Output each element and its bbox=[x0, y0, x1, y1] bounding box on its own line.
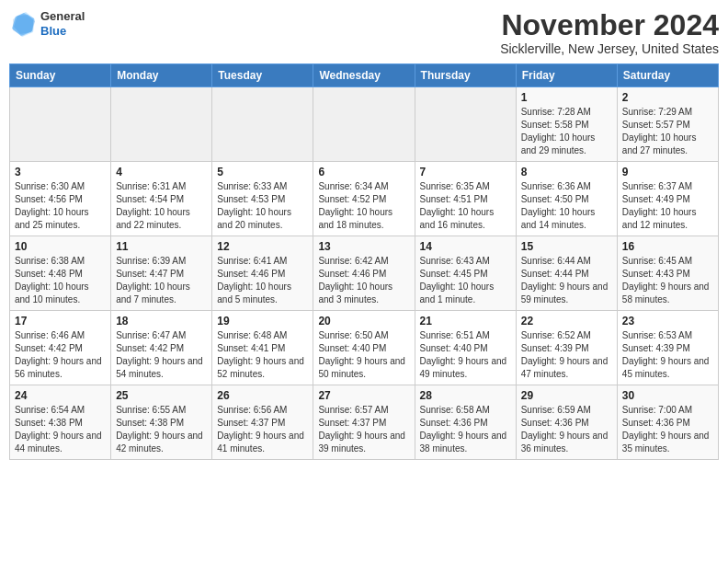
day-info: Sunrise: 6:31 AM Sunset: 4:54 PM Dayligh… bbox=[116, 180, 207, 232]
day-cell bbox=[415, 87, 516, 162]
day-info: Sunrise: 6:53 AM Sunset: 4:39 PM Dayligh… bbox=[622, 329, 713, 381]
day-info: Sunrise: 6:36 AM Sunset: 4:50 PM Dayligh… bbox=[521, 180, 612, 232]
day-cell bbox=[313, 87, 415, 162]
day-number: 28 bbox=[420, 389, 511, 402]
calendar-body: 1Sunrise: 7:28 AM Sunset: 5:58 PM Daylig… bbox=[10, 87, 719, 460]
day-cell: 8Sunrise: 6:36 AM Sunset: 4:50 PM Daylig… bbox=[516, 162, 617, 236]
week-row-1: 3Sunrise: 6:30 AM Sunset: 4:56 PM Daylig… bbox=[10, 162, 719, 236]
day-number: 23 bbox=[622, 315, 713, 327]
day-cell: 6Sunrise: 6:34 AM Sunset: 4:52 PM Daylig… bbox=[313, 162, 415, 236]
day-cell: 7Sunrise: 6:35 AM Sunset: 4:51 PM Daylig… bbox=[415, 162, 516, 236]
day-info: Sunrise: 6:48 AM Sunset: 4:41 PM Dayligh… bbox=[217, 329, 308, 381]
day-info: Sunrise: 6:35 AM Sunset: 4:51 PM Dayligh… bbox=[420, 180, 511, 232]
header-cell-wednesday: Wednesday bbox=[313, 64, 415, 87]
day-cell: 19Sunrise: 6:48 AM Sunset: 4:41 PM Dayli… bbox=[212, 311, 313, 385]
day-number: 20 bbox=[318, 315, 409, 327]
day-cell: 12Sunrise: 6:41 AM Sunset: 4:46 PM Dayli… bbox=[212, 236, 313, 311]
day-cell: 24Sunrise: 6:54 AM Sunset: 4:38 PM Dayli… bbox=[10, 385, 111, 460]
header-row: SundayMondayTuesdayWednesdayThursdayFrid… bbox=[10, 64, 719, 87]
day-info: Sunrise: 6:47 AM Sunset: 4:42 PM Dayligh… bbox=[116, 329, 207, 381]
day-info: Sunrise: 6:37 AM Sunset: 4:49 PM Dayligh… bbox=[622, 180, 713, 232]
day-cell bbox=[10, 87, 111, 162]
day-number: 12 bbox=[217, 240, 308, 253]
title-area: November 2024 Sicklerville, New Jersey, … bbox=[500, 9, 719, 56]
day-cell: 1Sunrise: 7:28 AM Sunset: 5:58 PM Daylig… bbox=[516, 87, 617, 162]
day-cell: 3Sunrise: 6:30 AM Sunset: 4:56 PM Daylig… bbox=[10, 162, 111, 236]
day-info: Sunrise: 6:58 AM Sunset: 4:36 PM Dayligh… bbox=[420, 404, 511, 455]
day-info: Sunrise: 7:28 AM Sunset: 5:58 PM Dayligh… bbox=[521, 106, 612, 157]
day-number: 18 bbox=[116, 315, 207, 327]
day-number: 2 bbox=[622, 91, 713, 104]
day-info: Sunrise: 6:46 AM Sunset: 4:42 PM Dayligh… bbox=[15, 329, 106, 381]
day-cell: 5Sunrise: 6:33 AM Sunset: 4:53 PM Daylig… bbox=[212, 162, 313, 236]
day-number: 9 bbox=[622, 166, 713, 178]
page-subtitle: Sicklerville, New Jersey, United States bbox=[500, 41, 719, 56]
day-info: Sunrise: 6:52 AM Sunset: 4:39 PM Dayligh… bbox=[521, 329, 612, 381]
logo: General Blue bbox=[9, 9, 85, 38]
day-info: Sunrise: 6:54 AM Sunset: 4:38 PM Dayligh… bbox=[15, 404, 106, 455]
header-cell-thursday: Thursday bbox=[415, 64, 516, 87]
svg-marker-3 bbox=[13, 12, 35, 37]
day-number: 21 bbox=[420, 315, 511, 327]
day-cell: 11Sunrise: 6:39 AM Sunset: 4:47 PM Dayli… bbox=[111, 236, 212, 311]
day-number: 19 bbox=[217, 315, 308, 327]
day-cell: 9Sunrise: 6:37 AM Sunset: 4:49 PM Daylig… bbox=[617, 162, 718, 236]
day-number: 22 bbox=[521, 315, 612, 327]
day-cell bbox=[212, 87, 313, 162]
day-info: Sunrise: 6:43 AM Sunset: 4:45 PM Dayligh… bbox=[420, 255, 511, 306]
day-number: 16 bbox=[622, 240, 713, 253]
day-info: Sunrise: 6:56 AM Sunset: 4:37 PM Dayligh… bbox=[217, 404, 308, 455]
day-number: 29 bbox=[521, 389, 612, 402]
calendar-table: SundayMondayTuesdayWednesdayThursdayFrid… bbox=[9, 63, 719, 460]
day-cell: 13Sunrise: 6:42 AM Sunset: 4:46 PM Dayli… bbox=[313, 236, 415, 311]
day-info: Sunrise: 7:00 AM Sunset: 4:36 PM Dayligh… bbox=[622, 404, 713, 455]
day-info: Sunrise: 6:51 AM Sunset: 4:40 PM Dayligh… bbox=[420, 329, 511, 381]
day-info: Sunrise: 6:57 AM Sunset: 4:37 PM Dayligh… bbox=[318, 404, 409, 455]
day-number: 15 bbox=[521, 240, 612, 253]
day-cell: 20Sunrise: 6:50 AM Sunset: 4:40 PM Dayli… bbox=[313, 311, 415, 385]
day-number: 25 bbox=[116, 389, 207, 402]
day-cell: 23Sunrise: 6:53 AM Sunset: 4:39 PM Dayli… bbox=[617, 311, 718, 385]
day-number: 17 bbox=[15, 315, 106, 327]
day-cell: 28Sunrise: 6:58 AM Sunset: 4:36 PM Dayli… bbox=[415, 385, 516, 460]
day-cell: 15Sunrise: 6:44 AM Sunset: 4:44 PM Dayli… bbox=[516, 236, 617, 311]
week-row-0: 1Sunrise: 7:28 AM Sunset: 5:58 PM Daylig… bbox=[10, 87, 719, 162]
day-number: 10 bbox=[15, 240, 106, 253]
day-info: Sunrise: 6:44 AM Sunset: 4:44 PM Dayligh… bbox=[521, 255, 612, 306]
day-info: Sunrise: 6:50 AM Sunset: 4:40 PM Dayligh… bbox=[318, 329, 409, 381]
day-number: 1 bbox=[521, 91, 612, 104]
day-cell: 29Sunrise: 6:59 AM Sunset: 4:36 PM Dayli… bbox=[516, 385, 617, 460]
day-cell: 26Sunrise: 6:56 AM Sunset: 4:37 PM Dayli… bbox=[212, 385, 313, 460]
day-info: Sunrise: 6:59 AM Sunset: 4:36 PM Dayligh… bbox=[521, 404, 612, 455]
day-number: 3 bbox=[15, 166, 106, 178]
day-cell: 25Sunrise: 6:55 AM Sunset: 4:38 PM Dayli… bbox=[111, 385, 212, 460]
day-cell bbox=[111, 87, 212, 162]
header: General Blue November 2024 Sicklerville,… bbox=[9, 9, 719, 56]
day-cell: 18Sunrise: 6:47 AM Sunset: 4:42 PM Dayli… bbox=[111, 311, 212, 385]
day-info: Sunrise: 6:45 AM Sunset: 4:43 PM Dayligh… bbox=[622, 255, 713, 306]
header-cell-friday: Friday bbox=[516, 64, 617, 87]
day-number: 13 bbox=[318, 240, 409, 253]
day-info: Sunrise: 6:42 AM Sunset: 4:46 PM Dayligh… bbox=[318, 255, 409, 306]
header-cell-sunday: Sunday bbox=[10, 64, 111, 87]
page-title: November 2024 bbox=[500, 9, 719, 41]
week-row-3: 17Sunrise: 6:46 AM Sunset: 4:42 PM Dayli… bbox=[10, 311, 719, 385]
day-number: 24 bbox=[15, 389, 106, 402]
day-info: Sunrise: 6:39 AM Sunset: 4:47 PM Dayligh… bbox=[116, 255, 207, 306]
day-cell: 16Sunrise: 6:45 AM Sunset: 4:43 PM Dayli… bbox=[617, 236, 718, 311]
day-info: Sunrise: 6:34 AM Sunset: 4:52 PM Dayligh… bbox=[318, 180, 409, 232]
header-cell-tuesday: Tuesday bbox=[212, 64, 313, 87]
day-info: Sunrise: 6:38 AM Sunset: 4:48 PM Dayligh… bbox=[15, 255, 106, 306]
calendar-header: SundayMondayTuesdayWednesdayThursdayFrid… bbox=[10, 64, 719, 87]
day-info: Sunrise: 6:30 AM Sunset: 4:56 PM Dayligh… bbox=[15, 180, 106, 232]
day-cell: 14Sunrise: 6:43 AM Sunset: 4:45 PM Dayli… bbox=[415, 236, 516, 311]
day-number: 11 bbox=[116, 240, 207, 253]
week-row-2: 10Sunrise: 6:38 AM Sunset: 4:48 PM Dayli… bbox=[10, 236, 719, 311]
day-info: Sunrise: 6:55 AM Sunset: 4:38 PM Dayligh… bbox=[116, 404, 207, 455]
day-number: 5 bbox=[217, 166, 308, 178]
logo-icon bbox=[9, 10, 37, 38]
header-cell-monday: Monday bbox=[111, 64, 212, 87]
day-info: Sunrise: 6:33 AM Sunset: 4:53 PM Dayligh… bbox=[217, 180, 308, 232]
day-cell: 2Sunrise: 7:29 AM Sunset: 5:57 PM Daylig… bbox=[617, 87, 718, 162]
day-number: 27 bbox=[318, 389, 409, 402]
